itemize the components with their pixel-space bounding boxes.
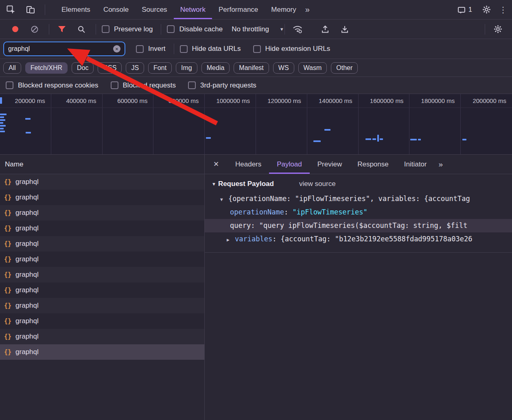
network-overview-timeline[interactable]: 200000 ms400000 ms600000 ms800000 ms1000… xyxy=(0,94,512,155)
toolbar-divider xyxy=(49,24,49,35)
request-row[interactable]: {}graphql xyxy=(0,221,204,236)
section-expanded-icon[interactable]: ▼ xyxy=(212,182,216,186)
tab-memory[interactable]: Memory xyxy=(265,0,302,19)
tab-performance[interactable]: Performance xyxy=(212,0,265,19)
chip-doc[interactable]: Doc xyxy=(72,62,94,74)
chip-other[interactable]: Other xyxy=(331,62,358,74)
json-braces-icon: {} xyxy=(4,302,11,309)
third-party-requests-toggle[interactable]: 3rd-party requests xyxy=(188,81,256,90)
waterfall-bar xyxy=(313,140,321,142)
blocked-response-cookies-toggle[interactable]: Blocked response cookies xyxy=(6,81,98,90)
hide-data-urls-checkbox[interactable] xyxy=(180,45,188,53)
more-tabs-icon[interactable]: » xyxy=(305,5,310,14)
json-braces-icon: {} xyxy=(4,178,11,186)
request-name: graphql xyxy=(15,209,39,217)
throttling-value: No throttling xyxy=(232,25,269,33)
view-source-link[interactable]: view source xyxy=(299,180,336,188)
tree-collapsed-icon[interactable]: ▶ xyxy=(227,233,235,246)
more-detail-tabs-icon[interactable]: » xyxy=(438,160,443,169)
json-braces-icon: {} xyxy=(4,225,11,232)
tab-console[interactable]: Console xyxy=(97,0,135,19)
preserve-log-toggle[interactable]: Preserve log xyxy=(102,25,153,33)
type-chip-strip: AllFetch/XHRDocCSSJSFontImgMediaManifest… xyxy=(0,59,512,77)
disable-cache-toggle[interactable]: Disable cache xyxy=(167,25,223,33)
export-har-icon[interactable] xyxy=(338,22,352,36)
detail-tab-payload[interactable]: Payload xyxy=(269,155,309,174)
detail-tab-response[interactable]: Response xyxy=(350,155,396,174)
third-party-requests-label: 3rd-party requests xyxy=(200,81,256,90)
network-conditions-icon[interactable] xyxy=(291,22,304,36)
device-toolbar-icon[interactable] xyxy=(24,3,37,17)
settings-gear-icon[interactable] xyxy=(479,3,493,17)
chip-manifest[interactable]: Manifest xyxy=(234,62,269,74)
dropdown-caret-icon: ▾ xyxy=(280,26,283,32)
request-payload-section: ▼ Request Payload view source xyxy=(205,176,512,192)
filter-input-box[interactable]: ✕ xyxy=(3,42,125,56)
request-row[interactable]: {}graphql xyxy=(0,298,204,313)
filter-toggle-button[interactable] xyxy=(55,22,69,36)
filter-input[interactable] xyxy=(8,45,113,52)
payload-line[interactable]: ▼{operationName: "ipFlowTimeseries", var… xyxy=(205,192,512,206)
preserve-log-checkbox[interactable] xyxy=(102,25,109,33)
request-list: {}graphql{}graphql{}graphql{}graphql{}gr… xyxy=(0,174,204,420)
chip-js[interactable]: JS xyxy=(126,62,144,74)
request-row[interactable]: {}graphql xyxy=(0,329,204,344)
issues-button[interactable]: 1 xyxy=(458,6,472,13)
hide-data-urls-toggle[interactable]: Hide data URLs xyxy=(180,45,241,53)
request-row[interactable]: {}graphql xyxy=(0,205,204,221)
chip-ws[interactable]: WS xyxy=(273,62,294,74)
chip-media[interactable]: Media xyxy=(201,62,230,74)
blocked-response-cookies-checkbox[interactable] xyxy=(6,81,13,89)
search-icon[interactable] xyxy=(74,22,88,36)
network-settings-gear-icon[interactable] xyxy=(491,22,505,36)
message-bubble-icon xyxy=(458,7,465,13)
json-braces-icon: {} xyxy=(4,348,11,356)
clear-button[interactable] xyxy=(28,22,42,36)
close-detail-icon[interactable]: ✕ xyxy=(205,160,228,168)
tab-sources[interactable]: Sources xyxy=(135,0,173,19)
chip-wasm[interactable]: Wasm xyxy=(298,62,327,74)
invert-checkbox[interactable] xyxy=(136,45,144,53)
detail-tab-headers[interactable]: Headers xyxy=(228,155,269,174)
throttling-select[interactable]: No throttling ▾ xyxy=(232,25,283,33)
detail-tab-initiator[interactable]: Initiator xyxy=(396,155,435,174)
payload-line[interactable]: ▶variables: {accountTag: "b12e3b2192ee55… xyxy=(205,232,512,246)
chip-all[interactable]: All xyxy=(3,62,21,74)
detail-tabbar: ✕ HeadersPayloadPreviewResponseInitiator… xyxy=(205,155,512,174)
request-name: graphql xyxy=(15,178,39,186)
blocked-response-cookies-label: Blocked response cookies xyxy=(18,81,98,90)
import-har-icon[interactable] xyxy=(318,22,332,36)
payload-line[interactable]: operationName: "ipFlowTimeseries" xyxy=(205,206,512,219)
clear-filter-icon[interactable]: ✕ xyxy=(113,45,120,52)
request-row[interactable]: {}graphql xyxy=(0,282,204,298)
tab-network[interactable]: Network xyxy=(174,0,212,19)
waterfall-bars xyxy=(0,94,512,154)
request-row[interactable]: {}graphql xyxy=(0,190,204,205)
request-row[interactable]: {}graphql xyxy=(0,344,204,360)
request-row[interactable]: {}graphql xyxy=(0,236,204,252)
hide-extension-urls-checkbox[interactable] xyxy=(253,45,261,53)
chip-font[interactable]: Font xyxy=(148,62,172,74)
blocked-requests-checkbox[interactable] xyxy=(111,81,118,89)
name-column-header[interactable]: Name xyxy=(0,155,204,174)
tab-elements[interactable]: Elements xyxy=(55,0,97,19)
blocked-requests-toggle[interactable]: Blocked requests xyxy=(111,81,176,90)
tree-expanded-icon[interactable]: ▼ xyxy=(220,193,228,206)
disable-cache-checkbox[interactable] xyxy=(167,25,175,33)
hide-extension-urls-toggle[interactable]: Hide extension URLs xyxy=(253,45,330,53)
detail-tab-preview[interactable]: Preview xyxy=(310,155,350,174)
inspect-element-icon[interactable] xyxy=(4,3,18,17)
kebab-menu-icon[interactable]: ⋮ xyxy=(499,5,507,15)
invert-toggle[interactable]: Invert xyxy=(136,45,166,53)
request-row[interactable]: {}graphql xyxy=(0,313,204,329)
request-row[interactable]: {}graphql xyxy=(0,267,204,282)
chip-img[interactable]: Img xyxy=(176,62,197,74)
request-row[interactable]: {}graphql xyxy=(0,252,204,267)
payload-line[interactable]: query: "query ipFlowTimeseries($accountT… xyxy=(205,219,512,232)
third-party-requests-checkbox[interactable] xyxy=(188,81,196,89)
chip-css[interactable]: CSS xyxy=(98,62,122,74)
record-button[interactable] xyxy=(8,22,22,36)
chip-fetch-xhr[interactable]: Fetch/XHR xyxy=(25,62,68,74)
request-name: graphql xyxy=(15,255,39,263)
request-row[interactable]: {}graphql xyxy=(0,174,204,190)
